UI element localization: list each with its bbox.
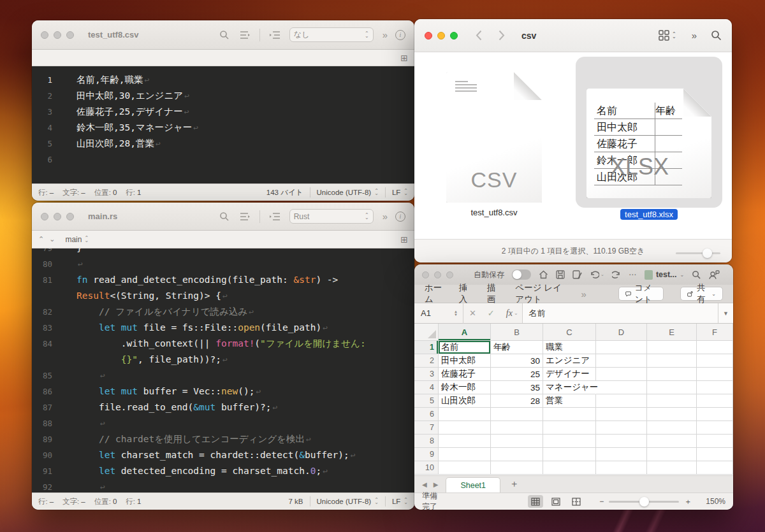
csv-file-icon[interactable]: CSV xyxy=(446,72,542,203)
select-all-corner[interactable] xyxy=(414,324,439,341)
inspector-icon[interactable]: i xyxy=(395,30,405,40)
share-button[interactable]: 共有 ⌄ xyxy=(680,287,723,301)
cell-E7[interactable] xyxy=(647,421,697,435)
row-header-7[interactable]: 7 xyxy=(414,421,439,435)
xlsx-file-icon[interactable]: 名前年齢 田中太郎佐藤花子鈴木一郎山田次郎 XLSX xyxy=(586,89,711,198)
cell-F8[interactable] xyxy=(697,435,733,448)
zoom-button[interactable] xyxy=(450,32,458,40)
cell-C3[interactable]: デザイナー xyxy=(543,368,596,381)
cell-D10[interactable] xyxy=(596,461,647,475)
cell-F6[interactable] xyxy=(697,408,733,421)
syntax-style-dropdown[interactable]: Rust ⌃⌄ xyxy=(289,209,374,224)
icon-size-slider[interactable] xyxy=(676,252,720,254)
view-mode-icon[interactable]: ⌃⌄ xyxy=(659,30,676,41)
cell-D9[interactable] xyxy=(596,448,647,461)
row-header-4[interactable]: 4 xyxy=(414,381,439,394)
cell-D4[interactable] xyxy=(596,381,647,394)
file-csv[interactable]: CSV test_utf8.csv xyxy=(443,72,545,217)
titlebar[interactable]: test_utf8.csv なし ⌃⌄ » i xyxy=(32,20,414,50)
row-header-10[interactable]: 10 xyxy=(414,461,439,475)
tab-page-layout[interactable]: ページ レイアウト xyxy=(515,282,564,305)
cell-A8[interactable] xyxy=(439,435,491,448)
cell-D5[interactable] xyxy=(596,394,647,408)
zoom-slider-knob[interactable] xyxy=(639,497,649,507)
cell-D2[interactable] xyxy=(596,354,647,368)
zoom-button[interactable] xyxy=(446,271,453,278)
minimize-button[interactable] xyxy=(434,271,441,278)
search-icon[interactable] xyxy=(692,270,701,280)
cell-C8[interactable] xyxy=(543,435,596,448)
cell-A5[interactable]: 山田次郎 xyxy=(439,394,491,408)
cell-C2[interactable]: エンジニア xyxy=(543,354,596,368)
ribbon-overflow-icon[interactable]: » xyxy=(581,289,585,299)
column-header-C[interactable]: C xyxy=(543,324,596,341)
search-icon[interactable] xyxy=(219,29,230,41)
minimize-button[interactable] xyxy=(437,32,445,40)
syntax-style-dropdown[interactable]: なし ⌃⌄ xyxy=(289,27,374,42)
row-header-3[interactable]: 3 xyxy=(414,368,439,381)
name-box-stepper[interactable]: ▲▼ xyxy=(454,310,458,317)
shift-right-icon[interactable] xyxy=(269,29,280,41)
normal-view-icon[interactable] xyxy=(528,495,543,508)
column-header-E[interactable]: E xyxy=(647,324,697,341)
enter-icon[interactable]: ✓ xyxy=(488,308,495,318)
split-editor-icon[interactable]: ⊞ xyxy=(400,53,408,63)
sheet-tab-sheet1[interactable]: Sheet1 xyxy=(446,477,500,492)
cell-F3[interactable] xyxy=(697,368,733,381)
zoom-slider[interactable] xyxy=(609,501,679,503)
cell-D7[interactable] xyxy=(596,421,647,435)
formula-input[interactable]: 名前 xyxy=(522,303,718,323)
close-button[interactable] xyxy=(41,213,48,220)
cell-A6[interactable] xyxy=(439,408,491,421)
line-ending-dropdown[interactable]: LF⌃⌄ xyxy=(392,498,408,505)
column-header-B[interactable]: B xyxy=(491,324,543,341)
function-icon[interactable]: fx xyxy=(506,308,513,319)
cell-E3[interactable] xyxy=(647,368,697,381)
cell-F7[interactable] xyxy=(697,421,733,435)
cell-B1[interactable]: 年齢 xyxy=(491,341,543,354)
cell-A3[interactable]: 佐藤花子 xyxy=(439,368,491,381)
cell-B10[interactable] xyxy=(491,461,543,475)
next-sheet-icon[interactable]: ▶ xyxy=(433,481,439,488)
zoom-button[interactable] xyxy=(66,31,74,39)
search-icon[interactable] xyxy=(711,30,722,41)
back-icon[interactable] xyxy=(476,30,482,41)
comment-button[interactable]: コメント xyxy=(618,287,664,301)
zoom-button[interactable] xyxy=(66,213,74,220)
spreadsheet-grid[interactable]: ABCDEF1名前年齢職業2田中太郎30エンジニア3佐藤花子25デザイナー4鈴木… xyxy=(414,324,733,475)
page-layout-view-icon[interactable] xyxy=(548,495,564,508)
minimize-button[interactable] xyxy=(54,213,61,220)
minimize-button[interactable] xyxy=(54,31,61,39)
row-header-1[interactable]: 1 xyxy=(414,341,439,354)
add-sheet-icon[interactable]: ＋ xyxy=(509,478,519,490)
name-box[interactable]: A1 xyxy=(414,308,454,318)
cell-C5[interactable]: 営業 xyxy=(543,394,596,408)
cell-F9[interactable] xyxy=(697,448,733,461)
cell-F10[interactable] xyxy=(697,461,733,475)
inspector-icon[interactable]: i xyxy=(395,212,405,222)
cell-A10[interactable] xyxy=(439,461,491,475)
cell-C1[interactable]: 職業 xyxy=(543,341,596,354)
undo-icon[interactable]: ⌄ xyxy=(590,271,604,279)
code-area[interactable]: 1名前,年齢,職業↩2田中太郎,30,エンジニア↩3佐藤花子,25,デザイナー↩… xyxy=(32,66,414,183)
toolbar-overflow-icon[interactable]: » xyxy=(382,211,386,222)
row-header-9[interactable]: 9 xyxy=(414,448,439,461)
save-as-icon[interactable] xyxy=(572,270,582,279)
cell-C10[interactable] xyxy=(543,461,596,475)
shift-right-icon[interactable] xyxy=(269,211,280,222)
file-xlsx[interactable]: 名前年齢 田中太郎佐藤花子鈴木一郎山田次郎 XLSX test_utf8.xls… xyxy=(579,72,719,220)
traffic-lights[interactable] xyxy=(41,31,74,39)
encoding-dropdown[interactable]: Unicode (UTF-8)⌃⌄ xyxy=(317,189,379,196)
cell-D1[interactable] xyxy=(596,341,647,354)
page-break-view-icon[interactable] xyxy=(569,495,584,508)
cell-E4[interactable] xyxy=(647,381,697,394)
cell-B8[interactable] xyxy=(491,435,543,448)
cell-A1[interactable]: 名前 xyxy=(439,341,491,354)
cell-E9[interactable] xyxy=(647,448,697,461)
close-button[interactable] xyxy=(422,271,429,278)
cell-A2[interactable]: 田中太郎 xyxy=(439,354,491,368)
cell-F5[interactable] xyxy=(697,394,733,408)
cell-D8[interactable] xyxy=(596,435,647,448)
traffic-lights[interactable] xyxy=(41,213,74,220)
cell-E8[interactable] xyxy=(647,435,697,448)
